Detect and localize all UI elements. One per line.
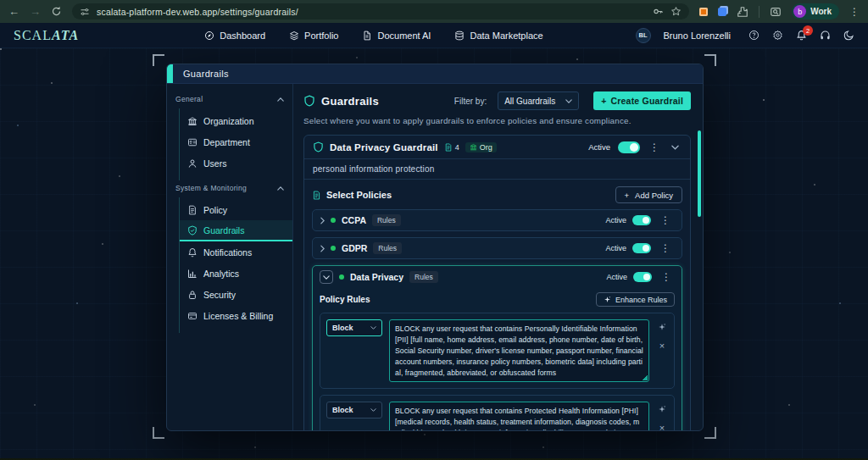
sidebar-item-label: Licenses & Billing xyxy=(203,311,273,321)
sidebar-item-policy[interactable]: Policy xyxy=(180,199,292,220)
policy-active-toggle[interactable] xyxy=(633,272,652,282)
sidebar-item-guardrails[interactable]: Guardrails xyxy=(180,220,292,241)
resize-grip[interactable] xyxy=(642,374,648,380)
status-dot xyxy=(331,246,336,251)
extension-icon-orange[interactable] xyxy=(699,8,708,16)
sidebar-item-label: Notifications xyxy=(203,247,252,258)
lock-icon xyxy=(187,290,198,300)
sidebar-item-label: Analytics xyxy=(203,269,239,279)
notifications-bell-icon[interactable]: 2 xyxy=(796,30,807,41)
rule-action-select[interactable]: Block xyxy=(326,319,382,336)
policy-active-toggle[interactable] xyxy=(632,243,651,253)
nav-item-portfolio[interactable]: Portfolio xyxy=(289,30,338,41)
tab-search-icon[interactable] xyxy=(770,6,782,18)
user-avatar[interactable]: BL xyxy=(636,28,651,43)
password-key-icon[interactable] xyxy=(653,6,664,17)
reload-icon[interactable] xyxy=(51,6,62,17)
create-guardrail-button[interactable]: + Create Guardrail xyxy=(593,91,691,110)
help-icon[interactable] xyxy=(748,30,760,41)
logo-main: SCAL xyxy=(14,28,52,42)
document-ai-icon xyxy=(362,30,372,41)
rule-row: Block BLOCK any user request that contai… xyxy=(320,395,675,430)
remove-rule-icon[interactable]: × xyxy=(659,341,665,351)
policy-rules-label: Policy Rules xyxy=(320,295,370,304)
sidebar-item-organization[interactable]: Organization xyxy=(180,110,292,131)
address-bar[interactable]: scalata-platform-dev.web.app/settings/gu… xyxy=(72,3,689,19)
policy-row-data-privacy[interactable]: Data Privacy Rules Active ⋮ xyxy=(313,266,682,288)
filter-dropdown[interactable]: All Guardrails xyxy=(498,91,579,110)
extension-icon-blue[interactable] xyxy=(718,8,726,16)
rule-text-input[interactable]: BLOCK any user request that contains Pro… xyxy=(389,402,649,430)
guardrail-name: Data Privacy Guardrail xyxy=(330,142,438,152)
policy-row-ccpa[interactable]: CCPA Rules Active ⋮ xyxy=(312,209,682,231)
document-icon xyxy=(187,205,198,215)
status-dot xyxy=(331,218,336,223)
forward-icon[interactable]: → xyxy=(30,6,41,17)
sidebar-item-users[interactable]: Users xyxy=(180,152,292,174)
sidebar-item-notifications[interactable]: Notifications xyxy=(180,241,292,263)
guardrail-active-toggle[interactable] xyxy=(618,141,640,153)
sidebar-item-licenses-billing[interactable]: Licenses & Billing xyxy=(180,305,292,326)
sidebar-item-analytics[interactable]: Analytics xyxy=(180,263,292,284)
status-label: Active xyxy=(605,216,626,224)
sparkle-icon xyxy=(604,296,611,303)
selection-bracket-bottom-left xyxy=(153,427,164,439)
sidebar-item-department[interactable]: Department xyxy=(180,131,292,152)
sparkle-icon[interactable] xyxy=(658,405,666,413)
nav-item-dashboard[interactable]: Dashboard xyxy=(204,30,265,41)
policy-active-toggle[interactable] xyxy=(632,215,651,225)
nav-right: BL Bruno Lorenzelli 2 xyxy=(636,28,855,43)
chevron-down-icon[interactable] xyxy=(669,145,682,150)
policy-row-gdpr[interactable]: GDPR Rules Active ⋮ xyxy=(312,237,682,259)
rule-text-input[interactable]: BLOCK any user request that contains Per… xyxy=(389,319,649,382)
browser-menu-icon[interactable]: ⋮ xyxy=(849,6,860,18)
nav-label: Portfolio xyxy=(304,30,338,41)
policies-section: Select Policies + Add Policy xyxy=(304,180,690,430)
extensions-puzzle-icon[interactable] xyxy=(737,6,748,18)
back-icon[interactable]: ← xyxy=(8,6,19,17)
settings-sidebar: General Organization Department Users Sy… xyxy=(167,84,293,430)
user-icon xyxy=(187,158,198,169)
toolbar-divider xyxy=(759,6,760,18)
nav-item-data-marketplace[interactable]: Data Marketplace xyxy=(454,30,542,41)
page-background: Guardrails General Organization Departme… xyxy=(0,48,868,460)
kebab-menu-icon[interactable]: ⋮ xyxy=(657,242,674,254)
nav-item-document-ai[interactable]: Document AI xyxy=(362,30,431,41)
sidebar-item-security[interactable]: Security xyxy=(180,284,292,305)
kebab-menu-icon[interactable]: ⋮ xyxy=(646,141,663,153)
scrollbar-thumb[interactable] xyxy=(698,130,701,217)
kebab-menu-icon[interactable]: ⋮ xyxy=(657,214,674,226)
bookmark-star-icon[interactable] xyxy=(670,6,682,17)
settings-gear-icon[interactable] xyxy=(772,30,783,41)
browser-profile-button[interactable]: b Work xyxy=(792,3,839,19)
policy-count-badge: 4 xyxy=(444,143,459,152)
chart-icon xyxy=(187,269,198,279)
theme-moon-icon[interactable] xyxy=(843,30,854,41)
enhance-rules-button[interactable]: Enhance Rules xyxy=(596,292,675,307)
sidebar-section-system-monitoring[interactable]: System & Monitoring xyxy=(167,180,292,197)
remove-rule-icon[interactable]: × xyxy=(659,424,665,430)
support-headphones-icon[interactable] xyxy=(820,30,831,41)
bell-icon xyxy=(187,247,198,258)
kebab-menu-icon[interactable]: ⋮ xyxy=(658,271,675,283)
status-label: Active xyxy=(588,142,610,152)
scope-label: Org xyxy=(480,143,492,152)
url-text[interactable]: scalata-platform-dev.web.app/settings/gu… xyxy=(97,7,646,17)
add-policy-button[interactable]: + Add Policy xyxy=(615,186,682,203)
status-label: Active xyxy=(606,273,627,281)
tune-icon[interactable] xyxy=(80,7,90,17)
user-name[interactable]: Bruno Lorenzelli xyxy=(664,30,732,41)
sparkle-icon[interactable] xyxy=(658,323,666,331)
collapse-chevron-button[interactable] xyxy=(320,270,333,284)
app-logo[interactable]: SCALATA xyxy=(14,28,79,43)
sidebar-section-general[interactable]: General xyxy=(167,91,292,108)
app-nav: SCALATA Dashboard Portfolio Document AI … xyxy=(0,23,868,48)
chevron-down-icon xyxy=(370,326,376,330)
rule-action-select[interactable]: Block xyxy=(326,402,382,418)
chevron-right-icon[interactable] xyxy=(320,217,325,224)
document-icon xyxy=(444,143,453,152)
selection-bracket-top-right xyxy=(704,54,716,66)
credit-card-icon xyxy=(187,311,198,321)
chevron-right-icon[interactable] xyxy=(320,245,325,252)
status-label: Active xyxy=(605,244,626,252)
